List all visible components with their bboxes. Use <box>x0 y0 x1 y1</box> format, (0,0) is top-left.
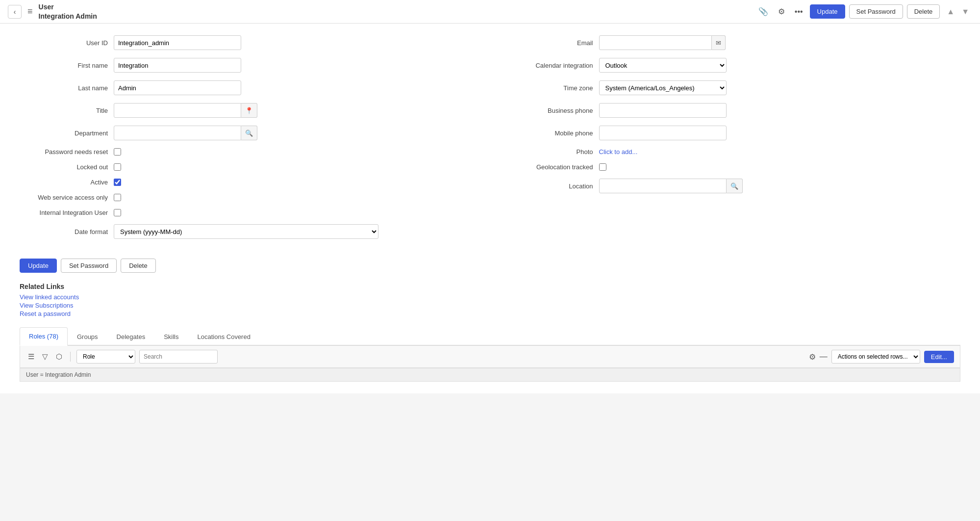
date-format-label: Date format <box>20 228 108 235</box>
location-icon: 📍 <box>245 107 253 114</box>
tab-groups[interactable]: Groups <box>68 327 107 346</box>
tab-content: ☰ ▽ ⬡ Role ⚙ — Actions on selected row <box>20 346 960 382</box>
actions-select[interactable]: Actions on selected rows... <box>831 350 920 364</box>
first-name-label: First name <box>20 62 108 69</box>
toolbar-divider <box>70 352 71 362</box>
location-search-button[interactable]: 🔍 <box>727 179 743 193</box>
mobile-phone-row: Mobile phone <box>505 126 961 140</box>
first-name-row: First name <box>20 58 476 73</box>
title-row: Title 📍 <box>20 103 476 118</box>
user-id-row: User ID <box>20 35 476 50</box>
location-label: Location <box>505 182 593 190</box>
tabs: Roles (78) Groups Delegates Skills Locat… <box>20 327 960 346</box>
action-buttons: Update Set Password Delete <box>20 259 960 273</box>
settings-button[interactable]: ⚙ <box>775 5 788 18</box>
view-subscriptions-link[interactable]: View Subscriptions <box>20 302 960 309</box>
export-icon[interactable]: ⬡ <box>54 351 64 362</box>
timezone-select[interactable]: System (America/Los_Angeles) UTC EST <box>599 80 727 95</box>
set-password-button[interactable]: Set Password <box>61 259 117 273</box>
header: ‹ ≡ User Integration Admin 📎 ⚙ ••• Updat… <box>0 0 980 24</box>
department-input[interactable] <box>114 126 241 140</box>
location-input[interactable] <box>599 179 727 193</box>
tab-delegates[interactable]: Delegates <box>107 327 155 346</box>
email-label: Email <box>505 39 593 47</box>
title-location-button[interactable]: 📍 <box>241 103 257 118</box>
delete-button[interactable]: Delete <box>121 259 156 273</box>
email-input[interactable] <box>599 35 712 50</box>
more-icon: ••• <box>795 7 803 16</box>
table-minus-button[interactable]: — <box>820 352 828 361</box>
timezone-row: Time zone System (America/Los_Angeles) U… <box>505 80 961 95</box>
timezone-label: Time zone <box>505 84 593 92</box>
title-input[interactable] <box>114 103 241 118</box>
last-name-input[interactable] <box>114 80 241 95</box>
geolocation-label: Geolocation tracked <box>505 163 593 171</box>
nav-up-button[interactable]: ▲ <box>944 6 957 17</box>
table-gear-button[interactable]: ⚙ <box>809 352 816 362</box>
hamburger-icon[interactable]: ≡ <box>27 6 33 17</box>
header-delete-button[interactable]: Delete <box>907 4 940 19</box>
locked-out-checkbox[interactable] <box>114 163 121 171</box>
form-section: User ID First name Last name Title 📍 <box>20 35 960 247</box>
active-row: Active <box>20 179 476 186</box>
internal-user-checkbox[interactable] <box>114 209 121 216</box>
email-action-button[interactable]: ✉ <box>712 35 726 50</box>
department-input-group: 🔍 <box>114 126 257 140</box>
role-select[interactable]: Role <box>76 350 135 364</box>
first-name-input[interactable] <box>114 58 241 73</box>
tab-locations[interactable]: Locations Covered <box>188 327 260 346</box>
last-name-label: Last name <box>20 84 108 92</box>
tab-roles[interactable]: Roles (78) <box>20 327 68 346</box>
calendar-select[interactable]: Outlook Google None <box>599 58 727 73</box>
gear-icon: ⚙ <box>809 353 816 361</box>
reset-password-link[interactable]: Reset a password <box>20 310 960 317</box>
nav-down-button[interactable]: ▼ <box>958 6 972 17</box>
web-service-checkbox[interactable] <box>114 194 121 201</box>
email-icon: ✉ <box>716 39 721 47</box>
header-right: 📎 ⚙ ••• Update Set Password Delete ▲ ▼ <box>755 4 972 19</box>
attach-icon: 📎 <box>758 7 768 16</box>
table-search-input[interactable] <box>139 350 218 364</box>
search-icon: 🔍 <box>245 130 253 137</box>
title-label: Title <box>20 107 108 114</box>
list-icon[interactable]: ☰ <box>26 351 36 362</box>
table-toolbar: ☰ ▽ ⬡ Role ⚙ — Actions on selected row <box>20 346 960 368</box>
web-service-label: Web service access only <box>20 194 108 201</box>
tab-skills[interactable]: Skills <box>154 327 188 346</box>
locked-out-row: Locked out <box>20 163 476 171</box>
geolocation-checkbox[interactable] <box>599 163 606 171</box>
location-row: Location 🔍 <box>505 179 961 193</box>
form-left-column: User ID First name Last name Title 📍 <box>20 35 476 247</box>
date-format-select[interactable]: System (yyyy-MM-dd) MM/dd/yyyy dd/MM/yyy… <box>114 224 378 239</box>
view-linked-accounts-link[interactable]: View linked accounts <box>20 293 960 301</box>
attach-button[interactable]: 📎 <box>755 5 771 18</box>
nav-arrows: ▲ ▼ <box>944 6 972 17</box>
email-input-group: ✉ <box>599 35 726 50</box>
mobile-phone-input[interactable] <box>599 126 727 140</box>
password-reset-checkbox[interactable] <box>114 148 121 156</box>
calendar-label: Calendar integration <box>505 62 593 69</box>
active-checkbox[interactable] <box>114 179 121 186</box>
toolbar-right: ⚙ — Actions on selected rows... Edit... <box>809 350 954 364</box>
photo-link[interactable]: Click to add... <box>599 148 638 156</box>
update-button[interactable]: Update <box>20 259 57 273</box>
edit-button[interactable]: Edit... <box>924 351 954 363</box>
status-bar: User = Integration Admin <box>20 368 960 381</box>
related-links-heading: Related Links <box>20 283 960 290</box>
department-label: Department <box>20 130 108 137</box>
user-id-label: User ID <box>20 39 108 47</box>
business-phone-label: Business phone <box>505 107 593 114</box>
header-update-button[interactable]: Update <box>810 4 845 19</box>
last-name-row: Last name <box>20 80 476 95</box>
business-phone-input[interactable] <box>599 103 727 118</box>
filter-icon[interactable]: ▽ <box>40 351 50 362</box>
mobile-phone-label: Mobile phone <box>505 130 593 137</box>
department-search-button[interactable]: 🔍 <box>241 126 257 140</box>
back-button[interactable]: ‹ <box>8 5 22 19</box>
settings-icon: ⚙ <box>778 7 785 16</box>
header-set-password-button[interactable]: Set Password <box>849 4 903 19</box>
more-button[interactable]: ••• <box>792 5 806 18</box>
user-id-input[interactable] <box>114 35 241 50</box>
department-row: Department 🔍 <box>20 126 476 140</box>
email-row: Email ✉ <box>505 35 961 50</box>
